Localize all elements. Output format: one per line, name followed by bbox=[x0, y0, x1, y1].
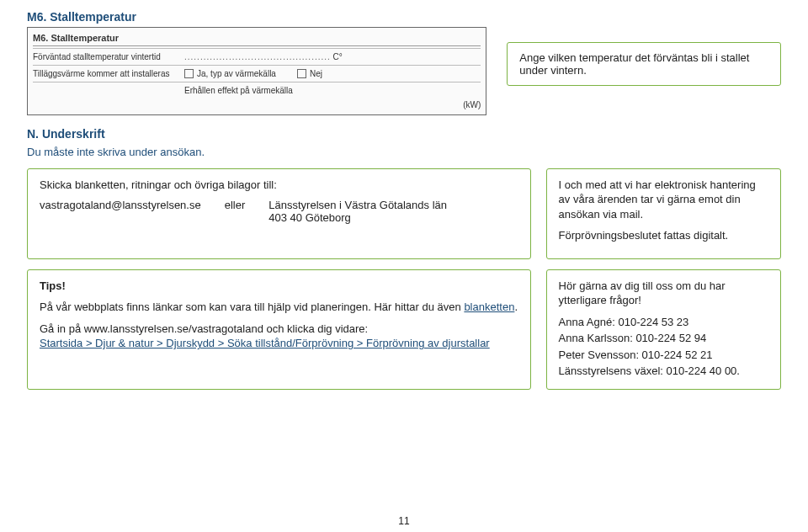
tips-p1a: På vår webbplats finns länkar som kan va… bbox=[40, 301, 464, 313]
contact-intro: Hör gärna av dig till oss om du har ytte… bbox=[559, 279, 768, 308]
send-addr2: 403 40 Göteborg bbox=[268, 211, 351, 224]
section-heading-m6: M6. Stalltemperatur bbox=[27, 10, 781, 24]
tips-box: Tips! På vår webbplats finns länkar som … bbox=[27, 269, 531, 390]
blanketten-link[interactable]: blanketten bbox=[464, 301, 514, 313]
form-row2-label: Tilläggsvärme kommer att installeras bbox=[33, 67, 184, 80]
send-eller: eller bbox=[225, 199, 246, 224]
contact-2: Anna Karlsson: 010-224 52 94 bbox=[559, 331, 768, 346]
note-box-temperature: Ange vilken temperatur det förväntas bli… bbox=[507, 42, 781, 86]
form-row3-unit: (kW) bbox=[33, 98, 481, 111]
form-row1-unit: C° bbox=[333, 52, 343, 61]
send-info-box: Skicka blanketten, ritningar och övriga … bbox=[27, 168, 531, 259]
tips-p1: På vår webbplats finns länkar som kan va… bbox=[40, 300, 518, 315]
checkbox-icon bbox=[297, 69, 306, 78]
contact-1: Anna Agné: 010-224 53 23 bbox=[559, 315, 768, 330]
breadcrumb-link[interactable]: Startsida > Djur & natur > Djurskydd > S… bbox=[40, 337, 490, 349]
tips-p1c: . bbox=[514, 301, 518, 313]
underskrift-text: Du måste inte skriva under ansökan. bbox=[27, 146, 781, 158]
tips-p2: Gå in på www.lansstyrelsen.se/vastragota… bbox=[40, 322, 518, 351]
electronic-info-box: I och med att vi har elektronisk hanteri… bbox=[546, 168, 781, 259]
tips-heading: Tips! bbox=[40, 279, 518, 294]
contact-4: Länsstyrelsens växel: 010-224 40 00. bbox=[559, 364, 768, 379]
form-row1-label: Förväntad stalltemperatur vintertid bbox=[33, 51, 184, 63]
note-text: Ange vilken temperatur det förväntas bli… bbox=[519, 51, 749, 77]
page-number: 11 bbox=[398, 515, 409, 527]
einfo-p1: I och med att vi har elektronisk hanteri… bbox=[559, 178, 768, 222]
tips-p2a: Gå in på www.lansstyrelsen.se/vastragota… bbox=[40, 322, 368, 335]
form-row2-yes: Ja, typ av värmekälla bbox=[197, 69, 276, 78]
form-row3-label: Erhållen effekt på värmekälla bbox=[184, 86, 293, 95]
section-heading-underskrift: N. Underskrift bbox=[27, 127, 781, 141]
send-addr1: Länsstyrelsen i Västra Götalands län bbox=[268, 199, 447, 211]
einfo-p2: Förprövningsbeslutet fattas digitalt. bbox=[559, 228, 768, 243]
contact-box: Hör gärna av dig till oss om du har ytte… bbox=[546, 269, 781, 390]
send-email: vastragotaland@lansstyrelsen.se bbox=[40, 199, 201, 224]
form-title: M6. Stalltemperatur bbox=[33, 31, 481, 46]
form-row2-no: Nej bbox=[310, 69, 322, 78]
form-snippet-m6: M6. Stalltemperatur Förväntad stalltempe… bbox=[27, 27, 486, 115]
form-dots: ........................................… bbox=[184, 52, 331, 61]
send-label: Skicka blanketten, ritningar och övriga … bbox=[40, 178, 518, 193]
contact-3: Peter Svensson: 010-224 52 21 bbox=[559, 348, 768, 363]
checkbox-icon bbox=[184, 69, 194, 78]
